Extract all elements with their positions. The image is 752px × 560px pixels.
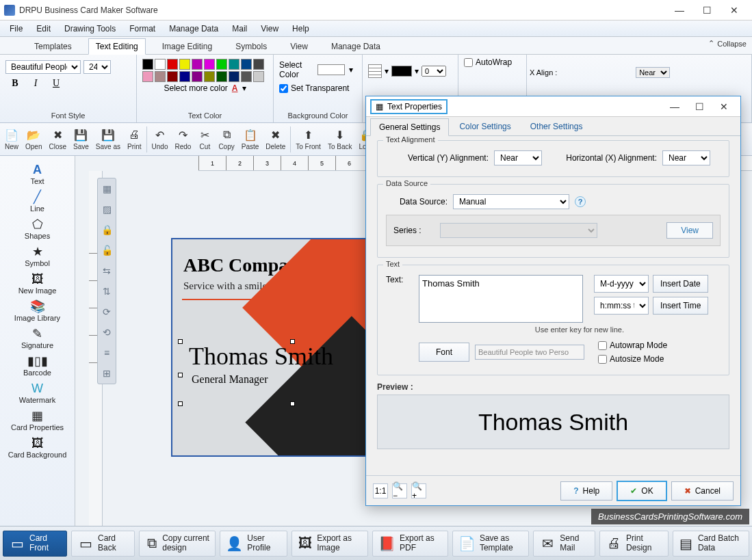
flip-h-icon[interactable]: ⇆ [98,261,116,281]
help-button[interactable]: ?Help [560,481,612,501]
save-template-button[interactable]: 📄Save as Template [452,531,529,557]
font-button[interactable]: Font [419,343,469,362]
tab-templates[interactable]: Templates [27,39,79,54]
cut-button[interactable]: ✂Cut [194,126,215,152]
valign-select[interactable]: Near [494,150,542,165]
export-image-button[interactable]: 🖼Export as Image [291,531,368,557]
bg-color-well[interactable] [317,64,345,75]
dialog-title-bar[interactable]: ▦Text Properties — ☐ ✕ [366,96,740,117]
layer2-icon[interactable]: ▨ [98,199,116,219]
toback-button[interactable]: ⬇To Back [324,126,356,152]
maximize-button[interactable]: ☐ [693,1,721,20]
time-format-select[interactable]: h:mm:ss tt [594,297,649,315]
delete-button[interactable]: ✖Delete [262,126,289,152]
rotate2-icon[interactable]: ⟲ [98,322,116,343]
italic-button[interactable]: I [29,78,42,89]
tab-text-editing[interactable]: Text Editing [88,38,146,55]
dropdown-icon[interactable]: ▾ [349,65,353,75]
batch-data-button[interactable]: ▤Card Batch Data [673,531,749,557]
minimize-button[interactable]: — [666,1,693,20]
autowrap-mode-check[interactable]: Autowrap Mode [598,341,667,350]
rotate-icon[interactable]: ⟳ [98,302,116,322]
bold-button[interactable]: B [8,78,22,89]
underline-button[interactable]: U [49,78,63,89]
saveas-button[interactable]: 💾Save as [92,126,124,152]
insert-time-button[interactable]: Insert Time [653,297,708,315]
close-button[interactable]: ✕ [721,1,748,20]
menu-view[interactable]: View [254,22,285,36]
distribute-icon[interactable]: ⊞ [98,363,116,384]
card-back-button[interactable]: ▭Card Back [71,531,135,557]
align-icon[interactable]: ≡ [98,343,116,363]
menu-format[interactable]: Format [122,22,162,36]
tab-general[interactable]: General Settings [370,118,449,136]
side-line[interactable]: ╱Line [0,187,75,215]
side-text[interactable]: AText [0,160,75,187]
save-button[interactable]: 💾Save [70,126,92,152]
dialog-close-button[interactable]: ✕ [712,101,736,112]
side-new-image[interactable]: 🖼New Image [0,269,75,297]
paste-button[interactable]: 📋Paste [238,126,263,152]
user-profile-button[interactable]: 👤User Profile [220,531,287,557]
print-design-button[interactable]: 🖨Print Design [599,531,669,557]
menu-mail[interactable]: Mail [225,22,254,36]
zoom-in-button[interactable]: 🔍+ [411,483,426,498]
copy-design-button[interactable]: ⧉Copy current design [139,531,216,557]
view-button[interactable]: View [666,222,713,239]
tab-color[interactable]: Color Settings [450,118,519,135]
tab-symbols[interactable]: Symbols [229,39,274,54]
side-barcode[interactable]: ▮▯▮Barcode [0,351,75,379]
set-transparent-check[interactable]: Set Transparent [279,83,356,93]
copy-button[interactable]: ⧉Copy [215,126,237,152]
menu-drawing-tools[interactable]: Drawing Tools [57,22,122,36]
layer-icon[interactable]: ▦ [98,178,116,199]
ok-button[interactable]: ✔OK [617,481,666,501]
tab-other[interactable]: Other Settings [521,118,592,135]
side-card-background[interactable]: 🖼Card Background [0,434,75,461]
border-color-well[interactable] [391,66,412,77]
menu-file[interactable]: File [3,22,29,36]
border-width-select[interactable]: 0 [422,66,446,77]
menu-help[interactable]: Help [285,22,316,36]
export-pdf-button[interactable]: 📕Export as PDF [372,531,448,557]
collapse-button[interactable]: ⌃ Collapse [708,39,747,48]
autosize-mode-check[interactable]: Autosize Mode [598,354,667,364]
help-icon[interactable]: ? [575,196,586,207]
xalign-select[interactable]: Near [636,67,670,78]
open-button[interactable]: 📂Open [22,126,45,152]
menu-edit[interactable]: Edit [29,22,57,36]
redo-button[interactable]: ↷Redo [171,126,194,152]
side-watermark[interactable]: WWatermark [0,379,75,406]
side-shapes[interactable]: ⬠Shapes [0,215,75,242]
tab-view[interactable]: View [283,39,315,54]
print-button[interactable]: 🖨Print [124,126,145,152]
dropdown-icon[interactable]: ▾ [385,66,389,76]
autowrap-check[interactable]: AutoWrap [464,57,521,67]
zoom-11-button[interactable]: 1:1 [373,483,388,498]
font-family-select[interactable]: Beautiful People [5,60,81,74]
menu-manage-data[interactable]: Manage Data [162,22,225,36]
side-card-properties[interactable]: ▦Card Properties [0,406,75,434]
side-signature[interactable]: ✎Signature [0,324,75,351]
dialog-max-button[interactable]: ☐ [687,101,712,112]
lock-icon2[interactable]: 🔒 [98,219,116,240]
tab-manage-data[interactable]: Manage Data [324,39,387,54]
insert-date-button[interactable]: Insert Date [653,275,708,293]
close-button2[interactable]: ✖Close [45,126,70,152]
new-button[interactable]: 📄New [1,126,22,152]
tab-image-editing[interactable]: Image Editing [155,39,219,54]
date-format-select[interactable]: M-d-yyyy [594,275,649,293]
datasource-select[interactable]: Manual [453,194,569,209]
font-size-select[interactable]: 24 [83,60,111,74]
dropdown-icon[interactable]: ▾ [415,66,419,76]
color-palette[interactable] [142,59,268,82]
text-input[interactable] [419,275,583,323]
halign-select[interactable]: Near [662,150,710,165]
tofront-button[interactable]: ⬆To Front [292,126,324,152]
flip-v-icon[interactable]: ⇅ [98,281,116,302]
side-symbol[interactable]: ★Symbol [0,242,75,269]
grid-icon[interactable] [368,64,382,78]
zoom-out-button[interactable]: 🔍− [392,483,407,498]
send-mail-button[interactable]: ✉Send Mail [533,531,595,557]
side-image-library[interactable]: 📚Image Library [0,297,75,324]
